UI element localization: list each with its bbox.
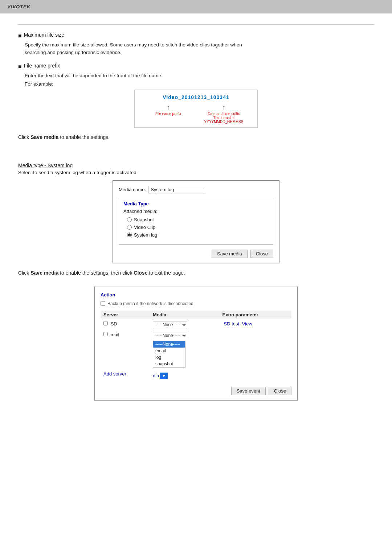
table-row: Add server dia ▼ (101, 369, 291, 381)
for-example-label: For example: (25, 81, 374, 87)
click-2-middle: to enable the settings, then click (58, 270, 134, 276)
radio-system-log[interactable] (127, 233, 132, 237)
section-max-file-size: ■ Maximum file size Specify the maximum … (18, 32, 374, 56)
col-extra-header: Extra parameter (220, 311, 291, 319)
table-row: SD -----None----- SD test View (101, 319, 291, 330)
col-media-header: Media (150, 311, 220, 319)
action-close-button[interactable]: Close (269, 387, 291, 395)
radio-snapshot-label: Snapshot (134, 217, 154, 222)
label-file-prefix: File name prefix (140, 112, 196, 124)
backup-checkbox[interactable] (101, 301, 105, 306)
action-bottom-buttons: Save event Close (101, 387, 291, 395)
save-media-button[interactable]: Save media (212, 250, 248, 258)
radio-video-clip[interactable] (127, 225, 132, 230)
radio-video-clip-row: Video Clip (127, 225, 269, 230)
max-file-size-body2: searching and packing up forensic eviden… (25, 49, 374, 56)
view-link[interactable]: View (242, 321, 252, 327)
separator (18, 24, 374, 25)
click-text-after: to enable the settings. (58, 134, 110, 140)
add-media-link[interactable]: dia (153, 373, 159, 378)
bullet-1: ■ (18, 32, 22, 40)
save-event-button[interactable]: Save event (231, 387, 266, 395)
action-box: Action Backup media if the network is di… (94, 287, 298, 401)
action-table: Server Media Extra parameter SD -----Non… (101, 311, 291, 381)
mail-label: mail (111, 332, 119, 337)
add-media-dropdown-btn[interactable]: ▼ (160, 373, 168, 379)
arrows-row: ↑ ↑ (140, 104, 252, 111)
add-server-cell: Add server (101, 369, 150, 381)
backup-row: Backup media if the network is disconnec… (101, 301, 291, 306)
bullet-2: ■ (18, 63, 22, 71)
col-server-header: Server (101, 311, 150, 319)
click-2-after: to exit the page. (147, 270, 185, 276)
dropdown-popup: -----None----- email log snapshot (153, 341, 185, 368)
media-type-group: Media Type Attached media: Snapshot Vide… (119, 198, 273, 245)
attached-media-label: Attached media: (123, 209, 269, 214)
add-media-row: dia ▼ (153, 373, 217, 379)
media-name-row: Media name: (119, 186, 273, 193)
radio-system-log-row: System log (127, 232, 269, 238)
radio-snapshot-row: Snapshot (127, 217, 269, 222)
dialog-buttons: Save media Close (119, 250, 273, 258)
save-media-bold-2: Save media (30, 270, 58, 276)
filename-example-text: Video_20101213_100341 (140, 94, 252, 100)
media-name-input[interactable] (148, 186, 206, 193)
add-media-cell: dia ▼ (150, 369, 220, 381)
labels-row: File name prefix Date and time suffixThe… (140, 112, 252, 124)
save-media-bold-1: Save media (30, 134, 58, 140)
sd-media-cell: -----None----- (150, 319, 220, 330)
radio-video-clip-label: Video Clip (134, 225, 155, 230)
arrow-right: ↑ (222, 104, 226, 111)
dropdown-item-log[interactable]: log (153, 354, 185, 361)
section-system-log: Media type - System log Select to send a… (18, 163, 374, 263)
dropdown-item-snapshot[interactable]: snapshot (153, 361, 185, 367)
mail-media-select[interactable]: -----None----- (153, 332, 187, 339)
max-file-size-heading: Maximum file size (24, 32, 64, 38)
max-file-size-body1: Specify the maximum file size allowed. S… (25, 41, 374, 49)
sd-media-select[interactable]: -----None----- (153, 321, 187, 328)
system-log-dialog: Media name: Media Type Attached media: S… (113, 180, 279, 263)
brand-title: VIVOTEK (7, 4, 30, 9)
arrow-left: ↑ (167, 104, 170, 111)
click-save-media-2: Click Save media to enable the settings,… (18, 270, 374, 276)
close-bold: Close (134, 270, 147, 276)
sd-test-link[interactable]: SD test (224, 321, 240, 327)
action-title: Action (101, 292, 291, 297)
dropdown-item-none[interactable]: -----None----- (153, 341, 185, 348)
dialog-close-button[interactable]: Close (250, 250, 273, 258)
add-extras-cell (220, 369, 291, 381)
system-log-subtext: Select to send a system log when a trigg… (18, 170, 374, 175)
sd-extras-cell: SD test View (220, 319, 291, 330)
click-2-before: Click (18, 270, 30, 276)
filename-example-box: Video_20101213_100341 ↑ ↑ File name pref… (134, 90, 258, 128)
mail-checkbox[interactable] (103, 332, 108, 336)
mail-media-cell: -----None----- -----None----- email log … (150, 330, 220, 369)
sd-server-cell: SD (101, 319, 150, 330)
sd-checkbox[interactable] (103, 321, 108, 325)
header: VIVOTEK (0, 0, 392, 13)
click-text-before: Click (18, 134, 30, 140)
mail-extras-cell (220, 330, 291, 369)
backup-label: Backup media if the network is disconnec… (107, 301, 193, 306)
file-prefix-body: Enter the text that will be appended to … (25, 72, 374, 79)
radio-snapshot[interactable] (127, 217, 132, 222)
table-row: mail -----None----- -----None----- (101, 330, 291, 369)
media-name-label: Media name: (119, 187, 146, 192)
action-table-header: Server Media Extra parameter (101, 311, 291, 319)
mail-media-area: -----None----- -----None----- email log … (153, 332, 217, 368)
system-log-heading: Media type - System log (18, 163, 374, 168)
file-prefix-heading: File name prefix (24, 63, 60, 69)
section-file-prefix: ■ File name prefix Enter the text that w… (18, 63, 374, 128)
main-content: ■ Maximum file size Specify the maximum … (0, 13, 392, 554)
mail-server-cell: mail (101, 330, 150, 369)
sd-label: SD (111, 321, 117, 327)
media-type-legend: Media Type (123, 201, 269, 206)
label-datetime: Date and time suffixThe format is YYYYMM… (196, 112, 252, 124)
click-save-media-1: Click Save media to enable the settings. (18, 134, 374, 140)
add-server-link[interactable]: Add server (103, 371, 126, 377)
dropdown-item-email[interactable]: email (153, 348, 185, 354)
radio-system-log-label: System log (134, 232, 157, 238)
